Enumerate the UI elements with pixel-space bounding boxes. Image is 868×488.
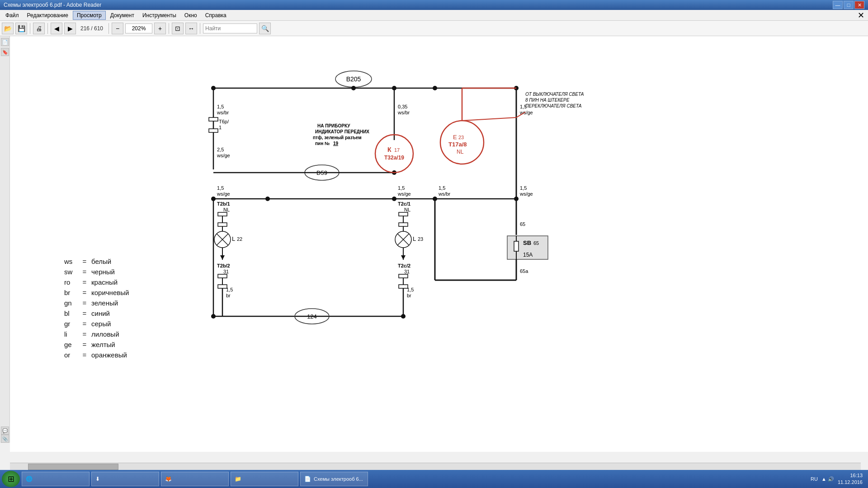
T2b2-31: 31 [223, 269, 229, 274]
T17a8-label: Т17а/8 [448, 141, 467, 148]
close-button[interactable]: ✕ [854, 1, 864, 9]
fit-width-button[interactable]: ↔ [185, 23, 197, 34]
T2b1-label: Т2b/1 [217, 201, 230, 206]
SB65-label: SB [523, 239, 531, 246]
wire-mid-1b: ws/ge [217, 191, 230, 197]
wire-mid-4: 1,5 [520, 185, 527, 191]
toolbar: 📂 💾 🖨 ◀ ▶ 216 / 610 − + ⊡ ↔ 🔍 [0, 21, 868, 36]
K17-sub: 17 [394, 147, 400, 153]
wire-mid-3b: ws/br [438, 191, 451, 197]
L22-arrow [220, 255, 225, 260]
legend-ge: ge = желтый [64, 341, 129, 348]
T2b2-label: Т2b/2 [217, 263, 230, 268]
clock-date: 11.12.2016 [838, 479, 863, 486]
close-panel-button[interactable]: ✕ [858, 10, 866, 20]
T2c2-31: 31 [404, 269, 410, 274]
T6p1-top-contact [209, 117, 218, 121]
T2c2-top [399, 274, 408, 278]
sidebar-attach-button[interactable]: 📎 [1, 435, 9, 443]
menu-view[interactable]: Просмотр [73, 11, 106, 20]
NL-label: NL [457, 149, 464, 155]
print-button[interactable]: 🖨 [33, 23, 45, 34]
zoom-input[interactable] [125, 23, 152, 33]
wire-label-1b: ws/br [217, 110, 229, 115]
separator-2 [47, 23, 48, 34]
search-input[interactable] [203, 23, 257, 33]
center-note-5: 19 [333, 141, 339, 146]
sidebar-bookmarks-button[interactable]: 🔖 [1, 48, 9, 56]
menu-edit[interactable]: Редактирование [24, 11, 72, 19]
system-tray: ▲ 🔊 [821, 476, 834, 482]
separator-1 [30, 23, 30, 34]
wire-label-2b: ws/ge [217, 153, 230, 158]
scroll-thumb-bottom[interactable] [28, 464, 118, 470]
menu-tools[interactable]: Инструменты [139, 11, 180, 19]
save-button[interactable]: 💾 [15, 23, 27, 34]
sidebar-pages-button[interactable]: 📄 [1, 38, 9, 46]
pdf-task-label: Схемы электрооб 6... [314, 476, 363, 482]
SB65-15A: 15А [523, 252, 533, 258]
scrollbar-bottom[interactable] [10, 463, 861, 470]
E23-label: Е [453, 134, 457, 141]
SB65-sub: 65 [533, 240, 539, 246]
taskbar-ie[interactable]: 🌐 [22, 472, 90, 486]
legend-ro: ro = красный [64, 278, 129, 286]
taskbar-pdf[interactable]: 📄 Схемы электрооб 6... [300, 472, 368, 486]
T32a19-label: Т32а/19 [384, 155, 404, 161]
E23-sub: 23 [458, 135, 464, 140]
T2c1-label: Т2c/1 [398, 201, 410, 206]
wire-mid-1: 1,5 [217, 185, 224, 191]
wire-label-3: 0,35 [398, 104, 407, 109]
main-content: ws = белый sw = черный ro = красный br =… [10, 36, 868, 452]
menu-file[interactable]: Файл [2, 11, 23, 19]
T2c1-top [399, 212, 408, 216]
wire-label-3b: ws/br [397, 110, 410, 115]
taskbar-files[interactable]: 📁 [231, 472, 298, 486]
T2b2-bot [218, 285, 227, 288]
wire-mid-2: 1,5 [398, 185, 405, 191]
T6p1-label: Т6р/ [219, 119, 229, 124]
K17-label: К [387, 146, 392, 153]
L23-arrow [401, 255, 406, 260]
fit-page-button[interactable]: ⊡ [172, 23, 184, 34]
wire-label-2: 2,5 [217, 147, 224, 152]
search-button[interactable]: 🔍 [259, 23, 271, 34]
open-button[interactable]: 📂 [2, 23, 14, 34]
B205-label: В205 [346, 75, 361, 83]
clock: 16:13 11.12.2016 [838, 472, 863, 486]
title-bar: Схемы электрооб 6.pdf - Adobe Reader — □… [0, 0, 868, 10]
start-button[interactable]: ⊞ [2, 471, 20, 487]
dot-mid-1 [265, 197, 270, 201]
page-info: 216 / 610 [78, 25, 106, 32]
dot-top-mid1 [351, 86, 356, 90]
wire-65: 65 [520, 221, 525, 227]
note-right-3: ПЕРЕКЛЮЧАТЕЛЯ СВЕТА [525, 103, 582, 108]
menu-help[interactable]: Справка [202, 11, 230, 19]
ie-icon: 🌐 [26, 476, 33, 482]
wire-label-1: 1,5 [217, 104, 224, 109]
separator-3 [108, 23, 109, 34]
taskbar: ⊞ 🌐 ⬇ 🦊 📁 📄 Схемы электрооб 6... RU ▲ 🔊 … [0, 470, 868, 488]
dot-top-mid3 [433, 86, 437, 90]
T2b1-top [218, 212, 227, 216]
T2b1-NL: NL [223, 207, 230, 212]
dot-mid-2 [392, 197, 396, 201]
menu-document[interactable]: Документ [107, 11, 138, 19]
taskbar-browser2[interactable]: 🦊 [161, 472, 229, 486]
sidebar-comment-button[interactable]: 💬 [1, 427, 9, 435]
wire-mid-4b: ws/ge [519, 191, 533, 197]
pdf-content: ws = белый sw = черный ro = красный br =… [10, 36, 868, 452]
menu-window[interactable]: Окно [181, 11, 201, 19]
D124-label: 124 [307, 313, 317, 320]
center-note-4: пин № [315, 141, 330, 146]
next-page-button[interactable]: ▶ [64, 23, 76, 34]
legend-li: li = лиловый [64, 330, 129, 338]
window-controls[interactable]: — □ ✕ [833, 1, 864, 9]
zoom-in-button[interactable]: + [154, 23, 166, 34]
taskbar-torrent[interactable]: ⬇ [91, 472, 159, 486]
files-icon: 📁 [235, 476, 241, 482]
zoom-out-button[interactable]: − [112, 23, 123, 34]
minimize-button[interactable]: — [833, 1, 843, 9]
prev-page-button[interactable]: ◀ [51, 23, 62, 34]
maximize-button[interactable]: □ [844, 1, 854, 9]
